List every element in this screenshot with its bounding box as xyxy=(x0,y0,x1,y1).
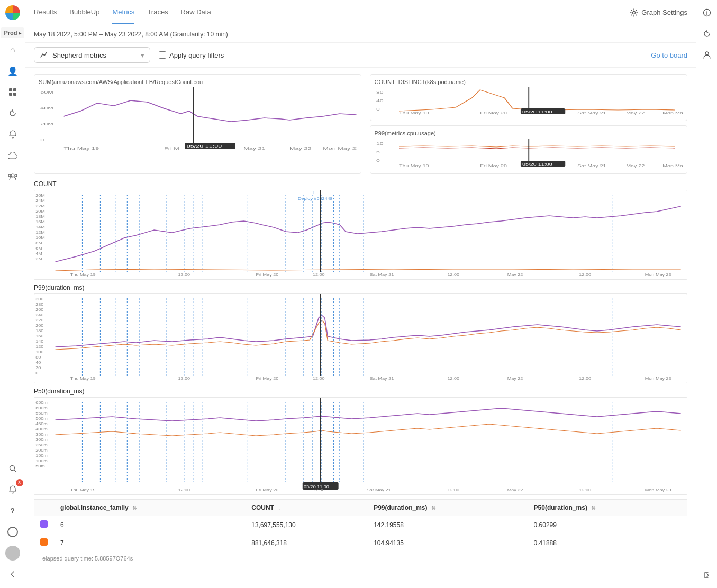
user-avatar[interactable] xyxy=(3,544,22,563)
chart-icon xyxy=(40,51,48,59)
svg-text:600m: 600m xyxy=(35,406,48,410)
chart1-svg: 60M 40M 20M 0 Thu May 19 Fri M 05/20 11:… xyxy=(39,87,357,151)
sidebar-item-collapse[interactable] xyxy=(3,565,22,584)
chart5-wrapper: 300 280 260 240 220 200 180 160 140 120 … xyxy=(34,293,687,383)
sidebar-item-home[interactable]: ⌂ xyxy=(3,40,22,59)
svg-text:650m: 650m xyxy=(35,400,48,405)
chart-p99-duration: P99(duration_ms) 300 280 260 240 220 200… xyxy=(34,284,687,383)
graph-settings-button[interactable]: Graph Settings xyxy=(630,8,687,17)
svg-text:40M: 40M xyxy=(40,105,53,110)
svg-point-174 xyxy=(705,52,709,55)
chart-count-large: COUNT 26M 24M 22M 20M 18M 16M 14M 12M 10… xyxy=(34,180,687,280)
svg-text:80: 80 xyxy=(376,90,384,94)
tab-metrics[interactable]: Metrics xyxy=(112,1,134,24)
right-history-icon[interactable] xyxy=(698,25,715,42)
svg-text:Fri M: Fri M xyxy=(164,145,179,150)
svg-text:300m: 300m xyxy=(35,437,48,442)
svg-text:12:00: 12:00 xyxy=(178,272,190,277)
env-chevron: ▸ xyxy=(19,30,21,36)
svg-text:Thu May 19: Thu May 19 xyxy=(70,272,96,277)
chart4-title: COUNT xyxy=(34,180,687,188)
elapsed-time: elapsed query time: 5.88597O764s xyxy=(34,552,687,565)
svg-text:180: 180 xyxy=(35,328,43,333)
chart5-svg: 300 280 260 240 220 200 180 160 140 120 … xyxy=(34,294,687,381)
sort-icon-count: ↓ xyxy=(278,505,280,511)
row-p99: 142.19558 xyxy=(367,516,527,534)
svg-text:May 22: May 22 xyxy=(507,488,523,492)
table-header-p50[interactable]: P50(duration_ms) ⇅ xyxy=(528,500,687,516)
apply-filters-text: Apply query filters xyxy=(169,51,224,59)
chart6-wrapper: 650m 600m 550m 500m 450m 400m 350m 300m … xyxy=(34,397,687,495)
svg-text:Fri May 20: Fri May 20 xyxy=(256,376,279,381)
table-header-instance-family[interactable]: global.instance_family ⇅ xyxy=(54,500,245,516)
sidebar-item-grid[interactable] xyxy=(3,82,22,102)
svg-text:40: 40 xyxy=(35,360,41,365)
apply-filters-label[interactable]: Apply query filters xyxy=(159,51,224,59)
tab-bubbleup[interactable]: BubbleUp xyxy=(69,1,99,24)
svg-rect-3 xyxy=(13,93,16,96)
table-header-p99[interactable]: P99(duration_ms) ⇅ xyxy=(367,500,527,516)
svg-text:12:00: 12:00 xyxy=(313,376,325,381)
env-selector[interactable]: Prod ▸ xyxy=(1,27,24,38)
svg-text:12:00: 12:00 xyxy=(313,272,325,277)
sidebar-item-search[interactable] xyxy=(3,459,22,478)
graph-settings-label: Graph Settings xyxy=(641,8,687,16)
tab-traces[interactable]: Traces xyxy=(147,1,168,24)
sidebar-item-history[interactable] xyxy=(3,104,22,123)
right-person-icon[interactable] xyxy=(698,47,715,63)
svg-text:40: 40 xyxy=(376,98,384,103)
svg-text:80: 80 xyxy=(35,355,41,360)
toolbar: Shepherd metrics ▾ Apply query filters G… xyxy=(25,43,696,68)
svg-rect-1 xyxy=(13,88,16,91)
svg-text:12:00: 12:00 xyxy=(313,488,325,492)
svg-text:May 22: May 22 xyxy=(507,376,523,381)
tab-results[interactable]: Results xyxy=(34,1,57,24)
svg-text:Thu May 19: Thu May 19 xyxy=(398,164,429,168)
svg-text:260: 260 xyxy=(35,307,43,312)
charts-section: SUM(amazonaws.com/AWS/ApplicationELB/Req… xyxy=(25,68,696,565)
svg-text:May 22: May 22 xyxy=(626,164,645,168)
metrics-dropdown[interactable]: Shepherd metrics ▾ xyxy=(34,47,150,63)
svg-text:May 22: May 22 xyxy=(626,111,645,115)
row-p50: 0.41888 xyxy=(528,534,687,552)
sidebar-item-notifications[interactable]: 3 xyxy=(3,480,22,499)
svg-text:150m: 150m xyxy=(35,453,48,458)
svg-point-5 xyxy=(8,174,11,177)
dropdown-label: Shepherd metrics xyxy=(52,51,106,59)
sidebar-item-team[interactable] xyxy=(3,167,22,186)
svg-text:300: 300 xyxy=(35,297,43,301)
sidebar-item-alerts[interactable] xyxy=(3,125,22,144)
svg-text:350m: 350m xyxy=(35,432,48,437)
apply-filters-checkbox[interactable] xyxy=(159,51,166,59)
go-to-board-link[interactable]: Go to board xyxy=(651,51,687,59)
chart3-svg: 10 5 0 Thu May 19 Fri May 20 05/20 11:00… xyxy=(375,139,683,168)
svg-text:Sat May 21: Sat May 21 xyxy=(369,376,394,381)
sidebar-item-help[interactable]: ? xyxy=(3,501,22,520)
svg-text:220: 220 xyxy=(35,318,43,323)
table-header-count[interactable]: COUNT ↓ xyxy=(245,500,367,516)
svg-text:240: 240 xyxy=(35,313,43,317)
sidebar-item-users[interactable]: 👤 xyxy=(3,61,22,80)
sidebar-item-status[interactable] xyxy=(3,522,22,541)
svg-text:Deploy #532448: Deploy #532448 xyxy=(298,196,333,201)
svg-text:450m: 450m xyxy=(35,421,48,426)
chart6-title: P50(duration_ms) xyxy=(34,388,687,395)
right-info-icon[interactable] xyxy=(698,4,715,21)
svg-text:Mon May 23: Mon May 23 xyxy=(645,488,671,492)
table-row: 7 881,646,318 104.94135 0.41888 xyxy=(34,534,687,552)
svg-text:16M: 16M xyxy=(35,219,45,224)
svg-text:0: 0 xyxy=(40,137,44,142)
svg-point-8 xyxy=(633,11,636,14)
right-collapse-icon[interactable] xyxy=(698,567,715,584)
sort-icon-p99: ⇅ xyxy=(431,505,435,511)
svg-text:May 22: May 22 xyxy=(289,145,312,150)
svg-text:Mon May 23: Mon May 23 xyxy=(662,111,683,115)
svg-text:500m: 500m xyxy=(35,416,48,421)
tab-raw-data[interactable]: Raw Data xyxy=(181,1,211,24)
date-range: May 18 2022, 5:00 PM – May 23 2022, 8:00… xyxy=(25,25,696,43)
svg-text:550m: 550m xyxy=(35,411,48,416)
svg-text:12:00: 12:00 xyxy=(579,272,591,277)
sidebar-item-cloud[interactable] xyxy=(3,146,22,165)
svg-text:20: 20 xyxy=(35,365,41,370)
chart3-title: P99(metrics.cpu.usage) xyxy=(375,130,683,136)
